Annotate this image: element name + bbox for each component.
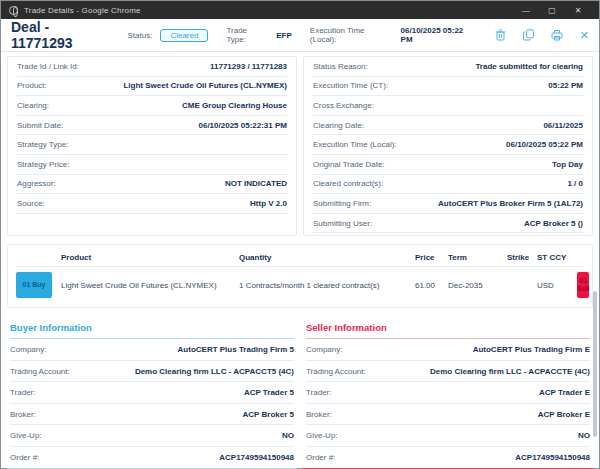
field-value: ACP Broker 5 (): [524, 219, 583, 228]
buyer-heading: Buyer Information: [10, 318, 294, 339]
field-label: Clearing Date:: [313, 121, 364, 130]
field-value: ACP Broker 5: [243, 410, 294, 419]
field-value: 06/11/2025: [543, 121, 583, 130]
field-label: Trader:: [10, 388, 36, 397]
field-value: Demo Clearing firm LLC - ACPACCTE (4C): [430, 367, 590, 376]
trade-type-value: EFP: [276, 31, 292, 40]
detail-row: Execution Time (Local):06/10/2025 05:22 …: [313, 135, 583, 155]
buy-side-badge: 01 Buy: [16, 272, 52, 298]
globe-icon: [9, 6, 18, 15]
field-value: 06/10/2025 05:22 PM: [506, 140, 583, 149]
field-value: NO: [282, 431, 294, 440]
detail-row: Order #:ACP1749594150948: [10, 447, 294, 469]
field-label: Product:: [17, 81, 47, 90]
field-value: ACP Trader 5: [244, 388, 294, 397]
table-row: 01 Buy Light Sweet Crude Oil Futures (CL…: [16, 267, 584, 300]
field-label: Submitting User:: [313, 219, 372, 228]
field-label: Execution Time (CT):: [313, 81, 388, 90]
field-label: Strategy Type:: [17, 140, 68, 149]
field-value: 11771293 / 11771283: [210, 62, 287, 71]
detail-row: Submitting Firm:AutoCERT Plus Broker Fir…: [313, 194, 583, 214]
field-label: Give-Up:: [306, 431, 338, 440]
table-header-row: Product Quantity Price Term Strike ST CC…: [16, 250, 584, 267]
detail-row: Aggressor:NOT INDICATED: [17, 175, 287, 195]
cell-product: Light Sweet Crude Oil Futures (CL.NYMEX): [61, 281, 239, 290]
field-value: ACP1749594150948: [515, 453, 590, 462]
field-label: Source:: [17, 199, 45, 208]
print-icon[interactable]: [551, 29, 563, 41]
field-value: Demo Clearing firm LLC - ACPACCT5 (4C): [135, 367, 294, 376]
detail-row: Cleared contract(s):1 / 0: [313, 175, 583, 195]
detail-row: Company:AutoCERT Plus Trading Firm 5: [10, 339, 294, 361]
detail-row: Product:Light Sweet Crude Oil Futures (C…: [17, 77, 287, 97]
field-value: 05:22 PM: [548, 81, 583, 90]
detail-row: Give-Up:NO: [10, 425, 294, 447]
party-sections: Buyer Information Company:AutoCERT Plus …: [1, 312, 599, 469]
field-value: Top Day: [552, 160, 583, 169]
detail-row: Submitting User:ACP Broker 5 (): [313, 214, 583, 234]
detail-row: Trading Account:Demo Clearing firm LLC -…: [10, 361, 294, 383]
field-label: Trader:: [306, 388, 332, 397]
buyer-information-section: Buyer Information Company:AutoCERT Plus …: [7, 316, 297, 469]
trade-legs-table: Product Quantity Price Term Strike ST CC…: [7, 244, 593, 308]
field-value: Light Sweet Crude Oil Futures (CL.NYMEX): [123, 81, 287, 90]
field-label: Broker:: [10, 410, 36, 419]
maximize-button[interactable]: ▢: [539, 1, 565, 19]
field-value: CME Group Clearing House: [182, 101, 287, 110]
field-label: Clearing:: [17, 101, 49, 110]
window-close-button[interactable]: ✕: [565, 1, 591, 19]
field-value: AutoCERT Plus Trading Firm E: [473, 345, 590, 354]
field-label: Original Trade Date:: [313, 160, 385, 169]
detail-row: Status Reason:Trade submitted for cleari…: [313, 57, 583, 77]
detail-row: Trading Account:Demo Clearing firm LLC -…: [306, 361, 590, 383]
field-label: Cleared contract(s):: [313, 179, 383, 188]
copy-trade-icon[interactable]: [523, 29, 534, 41]
field-value: ACP1749594150948: [219, 453, 294, 462]
cell-st-ccy: USD: [537, 281, 577, 290]
col-term: Term: [448, 253, 507, 262]
col-price: Price: [415, 253, 448, 262]
vertical-scrollbar-thumb[interactable]: [593, 291, 597, 437]
detail-row: Clearing Date:06/11/2025: [313, 116, 583, 136]
field-value: 06/10/2025 05:22:31 PM: [198, 121, 287, 130]
seller-information-section: Seller Information Company:AutoCERT Plus…: [303, 316, 593, 469]
field-label: Aggressor:: [17, 179, 56, 188]
field-label: Status Reason:: [313, 62, 368, 71]
detail-row: Company:AutoCERT Plus Trading Firm E: [306, 339, 590, 361]
col-product: Product: [61, 253, 239, 262]
delete-trade-icon[interactable]: [495, 29, 506, 41]
field-value: AutoCERT Plus Broker Firm 5 (1AL72): [438, 199, 583, 208]
field-label: Cross Exchange:: [313, 101, 374, 110]
execution-time-value: 06/10/2025 05:22 PM: [401, 26, 477, 44]
cell-quantity: 1 Contracts/month 1 cleared contract(s): [239, 281, 415, 290]
seller-heading: Seller Information: [306, 318, 590, 339]
field-label: Order #:: [10, 453, 39, 462]
minimize-button[interactable]: —: [513, 1, 539, 19]
field-value: ACP Trader E: [539, 388, 590, 397]
status-label: Status:: [128, 31, 153, 40]
field-value: Trade submitted for clearing: [475, 62, 583, 71]
col-quantity: Quantity: [239, 253, 415, 262]
sell-side-badge: 01 Sell: [577, 272, 589, 298]
detail-row: Broker:ACP Broker E: [306, 404, 590, 426]
field-label: Trading Account:: [306, 367, 366, 376]
trade-type-label: Trade Type:: [226, 26, 268, 44]
field-label: Trade Id / Link Id:: [17, 62, 79, 71]
detail-row: Order #:ACP1749594150948: [306, 447, 590, 469]
detail-row: Trade Id / Link Id:11771293 / 11771283: [17, 57, 287, 77]
trade-details-window: Trade Details - Google Chrome — ▢ ✕ Deal…: [0, 0, 600, 469]
trade-detail-left-panel: Trade Id / Link Id:11771293 / 11771283 P…: [7, 56, 297, 236]
dialog-close-icon[interactable]: ✕: [580, 30, 589, 41]
col-strike: Strike: [507, 253, 537, 262]
field-label: Broker:: [306, 410, 332, 419]
field-label: Strategy Price:: [17, 160, 69, 169]
field-value: 1 / 0: [567, 179, 583, 188]
field-label: Give-Up:: [10, 431, 42, 440]
field-label: Trading Account:: [10, 367, 70, 376]
os-titlebar: Trade Details - Google Chrome — ▢ ✕: [1, 1, 599, 19]
col-st-ccy: ST CCY: [537, 253, 577, 262]
field-label: Order #:: [306, 453, 335, 462]
detail-row: Give-Up:NO: [306, 425, 590, 447]
detail-row: Strategy Price:: [17, 155, 287, 175]
deal-header: Deal - 11771293 Status: Cleared Trade Ty…: [1, 19, 599, 52]
